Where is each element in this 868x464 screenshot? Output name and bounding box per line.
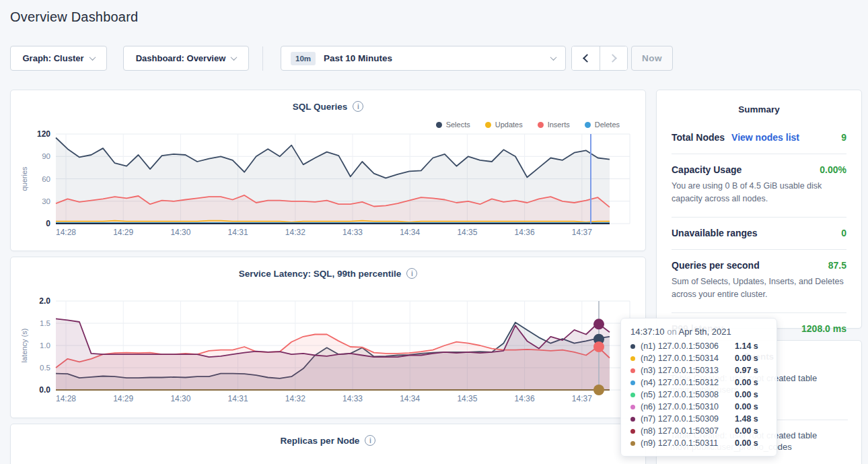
time-back-button[interactable] <box>572 46 600 70</box>
qps-value: 87.5 <box>828 260 846 271</box>
time-forward-button[interactable] <box>600 46 627 70</box>
now-button[interactable]: Now <box>631 46 673 71</box>
capacity-usage-desc: You are using 0 B of 4.5 GiB usable disk… <box>672 180 846 206</box>
tooltip-node-row: (n6) 127.0.0.1:503100.00 s <box>630 401 767 413</box>
service-latency-card: Service Latency: SQL, 99th percentile i … <box>10 257 646 418</box>
svg-text:120: 120 <box>37 129 50 139</box>
capacity-usage-label: Capacity Usage <box>672 164 742 175</box>
time-range-badge: 10m <box>291 52 316 65</box>
svg-text:14:28: 14:28 <box>56 228 76 237</box>
tooltip-node-label: (n4) 127.0.0.1:50312 <box>641 378 735 387</box>
summary-title: Summary <box>672 104 846 114</box>
tooltip-node-value: 0.97 s <box>735 366 767 375</box>
controls-divider <box>262 46 263 71</box>
svg-text:14:32: 14:32 <box>285 394 305 403</box>
unavailable-ranges-label: Unavailable ranges <box>672 228 758 238</box>
summary-divider <box>672 312 846 313</box>
tooltip-node-value: 0.00 s <box>735 438 767 448</box>
tooltip-node-row: (n8) 127.0.0.1:503070.00 s <box>630 425 767 437</box>
sql-queries-chart[interactable]: 030609012014:2814:2914:3014:3114:3214:33… <box>11 90 647 251</box>
time-step-buttons <box>571 46 628 71</box>
tooltip-node-list: (n1) 127.0.0.1:503061.14 s(n2) 127.0.0.1… <box>630 340 767 449</box>
summary-divider <box>672 217 846 218</box>
svg-text:14:35: 14:35 <box>457 394 477 403</box>
dashboard-dropdown-label: Dashboard: Overview <box>136 53 226 63</box>
svg-text:1.5: 1.5 <box>40 319 50 327</box>
svg-text:14:33: 14:33 <box>342 228 363 237</box>
node-color-dot-icon <box>630 368 635 373</box>
capacity-usage-value: 0.00% <box>820 164 846 175</box>
chevron-right-icon <box>608 54 617 63</box>
p99-latency-value: 1208.0 ms <box>801 323 846 334</box>
svg-text:14:31: 14:31 <box>228 228 248 237</box>
qps-label: Queries per second <box>672 260 760 271</box>
svg-text:14:30: 14:30 <box>170 228 190 237</box>
svg-text:60: 60 <box>42 175 50 183</box>
tooltip-node-row: (n5) 127.0.0.1:503080.00 s <box>630 389 767 401</box>
tooltip-date: Apr 5th, 2021 <box>679 327 731 337</box>
chart-hover-tooltip: 14:37:10 on Apr 5th, 2021 (n1) 127.0.0.1… <box>620 318 777 457</box>
tooltip-node-value: 0.00 s <box>735 378 767 387</box>
tooltip-time: 14:37:10 <box>630 327 665 337</box>
svg-text:14:28: 14:28 <box>56 394 76 403</box>
view-nodes-list-link[interactable]: View nodes list <box>731 132 799 143</box>
tooltip-node-label: (n5) 127.0.0.1:50308 <box>641 390 735 399</box>
svg-text:2.0: 2.0 <box>39 296 50 306</box>
svg-text:14:29: 14:29 <box>113 228 133 237</box>
node-color-dot-icon <box>630 417 635 422</box>
tooltip-node-row: (n4) 127.0.0.1:503120.00 s <box>630 376 767 389</box>
tooltip-node-label: (n9) 127.0.0.1:50311 <box>641 438 735 448</box>
dashboard-dropdown[interactable]: Dashboard: Overview <box>123 46 249 71</box>
svg-text:14:36: 14:36 <box>515 394 535 403</box>
tooltip-node-label: (n7) 127.0.0.1:50309 <box>641 414 735 424</box>
tooltip-node-row: (n2) 127.0.0.1:503140.00 s <box>630 352 767 364</box>
tooltip-node-label: (n8) 127.0.0.1:50307 <box>641 426 735 436</box>
tooltip-node-row: (n1) 127.0.0.1:503061.14 s <box>630 340 767 352</box>
unavailable-ranges-value: 0 <box>841 228 846 238</box>
svg-text:1.0: 1.0 <box>40 341 50 350</box>
node-color-dot-icon <box>630 441 635 446</box>
svg-text:0.0: 0.0 <box>39 385 50 395</box>
tooltip-node-label: (n3) 127.0.0.1:50313 <box>641 366 735 375</box>
tooltip-node-value: 0.00 s <box>735 402 767 411</box>
chevron-left-icon <box>583 54 591 63</box>
chevron-down-icon <box>231 54 238 61</box>
replicas-per-node-title: Replicas per Node <box>281 436 360 446</box>
graph-dropdown[interactable]: Graph: Cluster <box>10 46 107 71</box>
qps-desc: Sum of Selects, Updates, Inserts, and De… <box>672 275 846 302</box>
summary-divider <box>672 249 846 250</box>
page-title: Overview Dashboard <box>10 9 138 25</box>
svg-text:14:32: 14:32 <box>285 228 305 237</box>
svg-text:14:37: 14:37 <box>572 394 592 403</box>
svg-text:14:30: 14:30 <box>170 394 190 403</box>
node-color-dot-icon <box>630 380 635 385</box>
tooltip-connector: on <box>667 327 676 337</box>
svg-text:14:37: 14:37 <box>572 228 592 237</box>
tooltip-node-label: (n6) 127.0.0.1:50310 <box>641 402 735 411</box>
node-color-dot-icon <box>630 393 635 397</box>
tooltip-node-label: (n1) 127.0.0.1:50306 <box>641 341 735 351</box>
time-range-dropdown[interactable]: 10m Past 10 Minutes <box>281 46 566 71</box>
svg-text:14:33: 14:33 <box>342 394 363 403</box>
summary-divider <box>672 154 846 154</box>
svg-text:0.5: 0.5 <box>40 364 50 372</box>
info-icon[interactable]: i <box>365 435 375 446</box>
node-color-dot-icon <box>630 344 635 349</box>
node-color-dot-icon <box>630 356 635 361</box>
tooltip-node-value: 1.48 s <box>735 414 767 424</box>
svg-text:14:31: 14:31 <box>228 394 248 403</box>
total-nodes-label: Total Nodes <box>672 132 725 143</box>
tooltip-node-value: 0.00 s <box>735 354 767 363</box>
svg-text:latency (s): latency (s) <box>20 329 28 363</box>
svg-text:queries: queries <box>20 166 28 191</box>
chevron-down-icon <box>550 54 557 61</box>
chevron-down-icon <box>89 54 96 61</box>
sql-queries-card: SQL Queries i SelectsUpdatesInsertsDelet… <box>10 90 646 251</box>
time-range-label: Past 10 Minutes <box>324 53 392 63</box>
svg-text:14:34: 14:34 <box>400 394 420 403</box>
service-latency-chart[interactable]: 0.00.51.01.52.014:2814:2914:3014:3114:32… <box>11 257 647 418</box>
tooltip-node-label: (n2) 127.0.0.1:50314 <box>641 354 735 363</box>
node-color-dot-icon <box>630 405 635 409</box>
tooltip-node-row: (n3) 127.0.0.1:503130.97 s <box>630 364 767 376</box>
node-color-dot-icon <box>630 429 635 434</box>
